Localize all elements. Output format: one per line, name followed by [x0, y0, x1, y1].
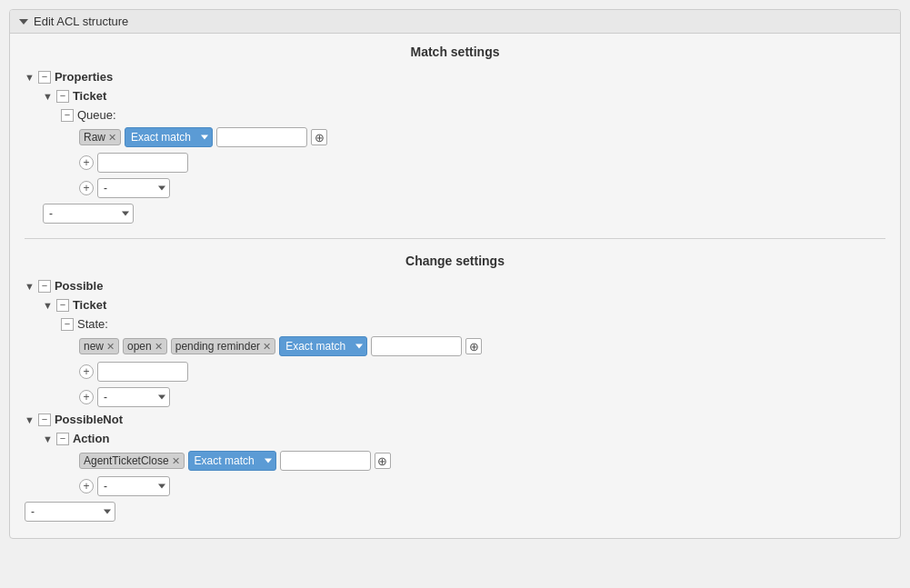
action-label: Action [73, 432, 109, 445]
action-tag-remove[interactable]: ✕ [172, 456, 180, 466]
match-bottom-dash-row: - Queue State Type [43, 204, 885, 224]
possiblenot-collapse-icon[interactable]: − [38, 414, 51, 426]
match-ticket-label: Ticket [73, 89, 106, 103]
queue-raw-tag-label: Raw [84, 131, 105, 144]
change-dash-row: + - Queue State Type [79, 387, 885, 407]
state-match-wrapper: Exact match Like match Partial match [279, 336, 367, 356]
queue-field-row: Raw ✕ Exact match Like match Partial mat… [79, 127, 885, 147]
queue-collapse-icon[interactable]: − [61, 109, 74, 122]
state-open-tag: open ✕ [123, 338, 167, 354]
action-dash-row: + - Queue State Type [79, 476, 885, 496]
state-label: State: [77, 317, 108, 331]
properties-row: ▼ − Properties [25, 70, 885, 84]
state-match-select[interactable]: Exact match Like match Partial match [279, 336, 367, 356]
match-select-wrapper: Exact match Like match Partial match [125, 127, 213, 147]
section-divider [25, 238, 885, 239]
change-dash-wrapper: - Queue State Type [97, 387, 170, 407]
queue-raw-tag: Raw ✕ [79, 129, 121, 145]
action-tag: AgentTicketClose ✕ [79, 453, 185, 469]
properties-collapse-icon[interactable]: − [38, 71, 51, 84]
possiblenot-row: ▼ − PossibleNot [25, 413, 885, 426]
state-new-input[interactable] [97, 362, 188, 382]
state-pending-tag: pending reminder ✕ [171, 338, 275, 354]
match-ticket-arrow-icon[interactable]: ▼ [43, 91, 53, 102]
state-add-button[interactable]: ⊕ [465, 338, 482, 354]
state-open-remove[interactable]: ✕ [155, 342, 163, 352]
state-new-remove[interactable]: ✕ [106, 342, 115, 352]
possible-arrow-icon[interactable]: ▼ [25, 281, 35, 292]
state-new-tag: new ✕ [79, 338, 119, 354]
state-pending-label: pending reminder [175, 340, 260, 353]
possiblenot-label: PossibleNot [55, 413, 123, 426]
action-field-row: AgentTicketClose ✕ Exact match Like matc… [79, 451, 885, 471]
state-add-circle-icon[interactable]: + [79, 364, 94, 379]
match-bottom-dash-wrapper: - Queue State Type [43, 204, 134, 224]
state-value-input[interactable] [371, 336, 462, 356]
change-dash-plus-icon[interactable]: + [79, 390, 94, 404]
action-dash-plus-icon[interactable]: + [79, 479, 94, 493]
action-tag-label: AgentTicketClose [84, 454, 169, 467]
match-dash-row: + - Queue State Type [79, 178, 885, 198]
possiblenot-bottom-select[interactable]: - Queue State Type [25, 502, 115, 522]
match-ticket-row: ▼ − Ticket [43, 89, 885, 103]
queue-value-input[interactable] [216, 127, 307, 147]
properties-label: Properties [55, 70, 113, 84]
possible-label: Possible [55, 279, 103, 293]
queue-new-input[interactable] [97, 153, 188, 173]
collapse-triangle-icon [19, 19, 28, 25]
match-dash-select[interactable]: - Queue State Type [97, 178, 170, 198]
match-settings-title: Match settings [25, 45, 885, 59]
change-dash-select[interactable]: - Queue State Type [97, 387, 170, 407]
action-dash-wrapper: - Queue State Type [97, 476, 170, 496]
panel-header[interactable]: Edit ACL structure [10, 10, 900, 34]
change-ticket-collapse-icon[interactable]: − [56, 299, 69, 312]
action-arrow-icon[interactable]: ▼ [43, 434, 53, 444]
match-dash-plus-icon[interactable]: + [79, 181, 94, 195]
state-pending-remove[interactable]: ✕ [263, 342, 271, 352]
possiblenot-bottom-row: - Queue State Type [25, 502, 885, 522]
match-select[interactable]: Exact match Like match Partial match [125, 127, 213, 147]
action-value-input[interactable] [280, 451, 371, 471]
change-settings-title: Change settings [25, 254, 885, 268]
state-add-row: + [79, 362, 885, 382]
queue-add-button[interactable]: ⊕ [311, 129, 327, 145]
match-dash-select-wrapper: - Queue State Type [97, 178, 170, 198]
state-open-label: open [127, 340, 152, 353]
state-field-row: new ✕ open ✕ pending reminder ✕ Exact ma… [79, 336, 885, 356]
action-row: ▼ − Action [43, 432, 885, 445]
queue-label: Queue: [77, 108, 116, 122]
match-bottom-dash-select[interactable]: - Queue State Type [43, 204, 134, 224]
state-label-row: − State: [61, 317, 885, 331]
queue-label-row: − Queue: [61, 108, 885, 122]
panel-title: Edit ACL structure [34, 15, 128, 28]
state-new-label: new [84, 340, 104, 353]
queue-add-row: + [79, 153, 885, 173]
possiblenot-arrow-icon[interactable]: ▼ [25, 414, 35, 425]
action-dash-select[interactable]: - Queue State Type [97, 476, 170, 496]
match-ticket-collapse-icon[interactable]: − [56, 90, 69, 103]
change-ticket-row: ▼ − Ticket [43, 298, 885, 312]
action-match-wrapper: Exact match Like match Partial match [188, 451, 276, 471]
queue-raw-tag-remove[interactable]: ✕ [108, 133, 116, 143]
change-ticket-arrow-icon[interactable]: ▼ [43, 300, 53, 311]
change-ticket-label: Ticket [73, 298, 106, 312]
action-add-button[interactable]: ⊕ [375, 453, 391, 469]
properties-arrow-icon[interactable]: ▼ [25, 72, 35, 83]
state-collapse-icon[interactable]: − [61, 318, 74, 331]
possiblenot-bottom-wrapper: - Queue State Type [25, 502, 115, 522]
queue-add-circle-icon[interactable]: + [79, 155, 94, 170]
action-collapse-icon[interactable]: − [56, 433, 69, 445]
possible-row: ▼ − Possible [25, 279, 885, 293]
possible-collapse-icon[interactable]: − [38, 280, 51, 293]
action-match-select[interactable]: Exact match Like match Partial match [188, 451, 276, 471]
